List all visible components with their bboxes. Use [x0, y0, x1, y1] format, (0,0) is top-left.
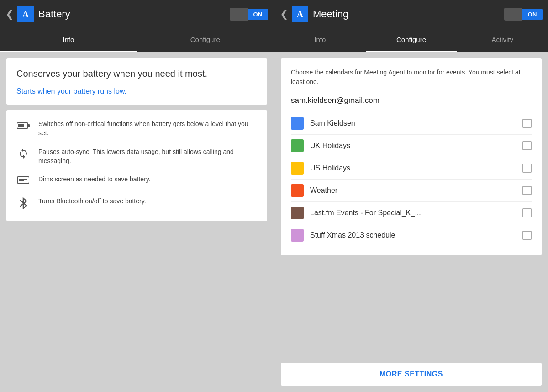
- meeting-toggle[interactable]: ON: [522, 9, 543, 20]
- calendar-name-0: Sam Kieldsen: [310, 119, 516, 127]
- battery-info-card: Conserves your battery when you need it …: [6, 58, 267, 105]
- svg-rect-1: [28, 124, 30, 127]
- battery-toggle[interactable]: ON: [248, 9, 269, 20]
- calendar-color-1: [291, 139, 304, 152]
- battery-title: Battery: [38, 8, 230, 20]
- calendar-name-1: UK Holidays: [310, 142, 516, 150]
- meeting-panel: ❮ A Meeting ON Info Configure Activity C…: [274, 0, 548, 392]
- feature-item-1: Switches off non-critical functions when…: [16, 119, 257, 138]
- battery-tabs: Info Configure: [0, 28, 274, 52]
- toggle-off-area[interactable]: [230, 8, 248, 21]
- calendar-item-5: Stuff Xmas 2013 schedule: [291, 224, 532, 246]
- tab-meeting-info[interactable]: Info: [274, 28, 366, 52]
- account-email: sam.kieldsen@gmail.com: [291, 96, 532, 105]
- calendar-checkbox-4[interactable]: [522, 208, 532, 217]
- calendar-checkbox-1[interactable]: [522, 141, 532, 150]
- calendar-item-1: UK Holidays: [291, 135, 532, 157]
- back-button[interactable]: ❮: [5, 8, 14, 20]
- tab-meeting-configure[interactable]: Configure: [366, 28, 457, 52]
- svg-rect-2: [18, 124, 24, 127]
- meeting-toggle-container: ON: [504, 8, 543, 21]
- battery-panel: ❮ A Battery ON Info Configure Conserves …: [0, 0, 274, 392]
- bluetooth-icon: [16, 197, 30, 212]
- feature-text-2: Pauses auto-sync. This lowers data usage…: [38, 147, 257, 166]
- battery-link[interactable]: Starts when your battery runs low.: [16, 87, 257, 95]
- tab-info[interactable]: Info: [0, 28, 137, 52]
- calendar-item-3: Weather: [291, 180, 532, 202]
- feature-item-4: Turns Bluetooth on/off to save battery.: [16, 196, 257, 212]
- meeting-toggle-off[interactable]: [504, 8, 522, 21]
- tab-configure[interactable]: Configure: [137, 28, 274, 52]
- app-logo: A: [17, 6, 34, 22]
- calendar-item-2: US Holidays: [291, 157, 532, 180]
- calendar-checkbox-5[interactable]: [522, 231, 532, 240]
- meeting-description: Choose the calendars for Meeting Agent t…: [291, 68, 532, 87]
- meeting-title: Meeting: [313, 8, 504, 20]
- calendar-color-2: [291, 162, 304, 175]
- meeting-configure-card: Choose the calendars for Meeting Agent t…: [281, 58, 542, 255]
- more-settings-button[interactable]: MORE SETTINGS: [281, 363, 542, 386]
- calendar-color-3: [291, 184, 304, 197]
- meeting-tabs: Info Configure Activity: [274, 28, 548, 52]
- meeting-content: Choose the calendars for Meeting Agent t…: [274, 52, 548, 363]
- battery-header: ❮ A Battery ON: [0, 0, 274, 28]
- meeting-back-button[interactable]: ❮: [280, 8, 288, 20]
- sync-icon: [16, 148, 30, 162]
- meeting-app-logo: A: [292, 6, 308, 22]
- feature-list: Switches off non-critical functions when…: [16, 119, 257, 212]
- feature-text-4: Turns Bluetooth on/off to save battery.: [38, 196, 146, 206]
- battery-headline: Conserves your battery when you need it …: [16, 68, 257, 80]
- calendar-checkbox-3[interactable]: [522, 186, 532, 195]
- feature-item-3: Dims screen as needed to save battery.: [16, 175, 257, 187]
- logo-letter: A: [22, 9, 29, 20]
- battery-features-card: Switches off non-critical functions when…: [6, 110, 267, 221]
- calendar-name-4: Last.fm Events - For Special_K_...: [310, 209, 516, 217]
- calendar-checkbox-0[interactable]: [522, 119, 532, 128]
- calendar-color-4: [291, 207, 304, 219]
- calendar-checkbox-2[interactable]: [522, 164, 532, 173]
- calendar-color-0: [291, 117, 304, 130]
- tab-meeting-activity[interactable]: Activity: [457, 28, 548, 52]
- brightness-icon: [16, 175, 30, 187]
- meeting-logo-letter: A: [297, 9, 303, 20]
- svg-rect-3: [17, 177, 29, 183]
- calendar-name-5: Stuff Xmas 2013 schedule: [310, 231, 516, 239]
- feature-text-1: Switches off non-critical functions when…: [38, 119, 257, 138]
- calendar-name-3: Weather: [310, 186, 516, 195]
- calendar-name-2: US Holidays: [310, 164, 516, 172]
- battery-content: Conserves your battery when you need it …: [0, 52, 274, 392]
- feature-text-3: Dims screen as needed to save battery.: [38, 175, 151, 184]
- feature-item-2: Pauses auto-sync. This lowers data usage…: [16, 147, 257, 166]
- battery-icon: [16, 120, 30, 132]
- calendar-item-0: Sam Kieldsen: [291, 112, 532, 135]
- more-settings-label: MORE SETTINGS: [379, 370, 443, 378]
- meeting-header: ❮ A Meeting ON: [274, 0, 548, 28]
- calendar-item-4: Last.fm Events - For Special_K_...: [291, 202, 532, 224]
- battery-toggle-container: ON: [230, 8, 269, 21]
- calendar-color-5: [291, 229, 304, 242]
